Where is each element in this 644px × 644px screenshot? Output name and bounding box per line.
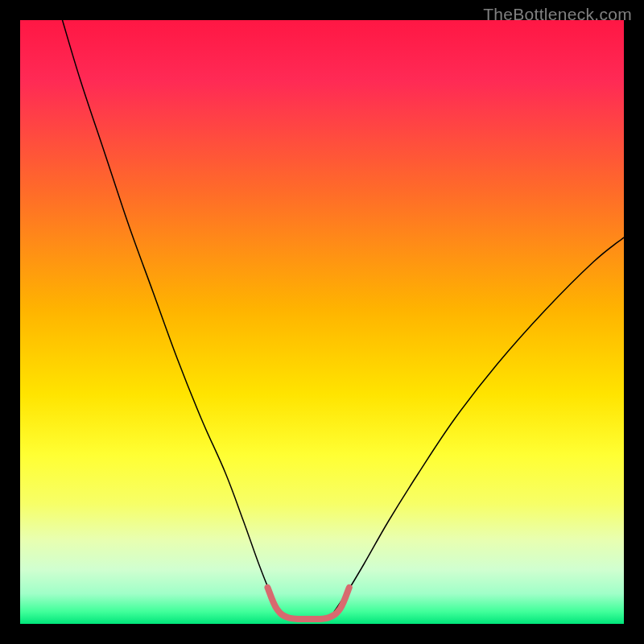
gradient-background: [20, 20, 624, 624]
bottleneck-curve-chart: [20, 20, 624, 624]
chart-container: TheBottleneck.com: [0, 0, 644, 644]
